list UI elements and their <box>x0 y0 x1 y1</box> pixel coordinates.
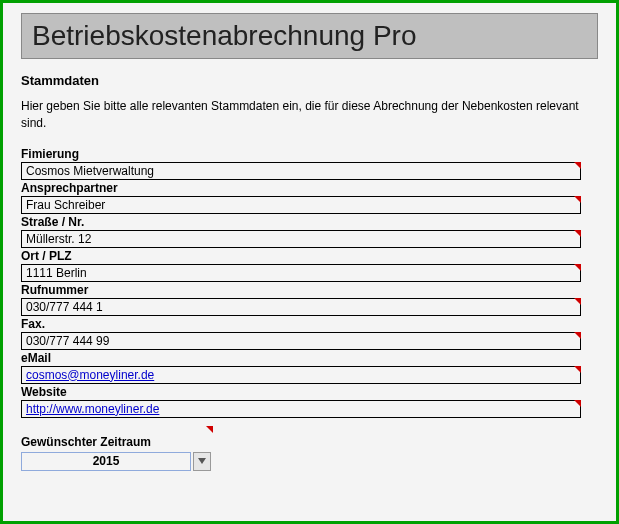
value-rufnummer: 030/777 444 1 <box>26 300 103 314</box>
input-rufnummer[interactable]: 030/777 444 1 <box>21 298 581 316</box>
input-period[interactable]: 2015 <box>21 452 191 471</box>
comment-marker-icon[interactable] <box>574 230 581 237</box>
label-fax: Fax. <box>21 316 598 332</box>
input-ansprechpartner[interactable]: Frau Schreiber <box>21 196 581 214</box>
label-rufnummer: Rufnummer <box>21 282 598 298</box>
comment-marker-icon[interactable] <box>574 400 581 407</box>
value-ansprechpartner: Frau Schreiber <box>26 198 105 212</box>
input-ort[interactable]: 1111 Berlin <box>21 264 581 282</box>
value-fimierung: Cosmos Mietverwaltung <box>26 164 154 178</box>
comment-marker-icon[interactable] <box>574 332 581 339</box>
label-period-text: Gewünschter Zeitraum <box>21 435 151 449</box>
comment-marker-icon[interactable] <box>574 298 581 305</box>
input-strasse[interactable]: Müllerstr. 12 <box>21 230 581 248</box>
field-strasse: Straße / Nr. Müllerstr. 12 <box>21 214 598 248</box>
page-title: Betriebskostenabrechnung Pro <box>21 13 598 59</box>
comment-marker-icon[interactable] <box>574 366 581 373</box>
field-period: Gewünschter Zeitraum 2015 <box>21 432 598 471</box>
label-period: Gewünschter Zeitraum <box>21 435 201 449</box>
field-ort: Ort / PLZ 1111 Berlin <box>21 248 598 282</box>
field-fimierung: Fimierung Cosmos Mietverwaltung <box>21 146 598 180</box>
comment-marker-icon[interactable] <box>574 264 581 271</box>
value-website[interactable]: http://www.moneyliner.de <box>26 402 159 416</box>
field-website: Website http://www.moneyliner.de <box>21 384 598 418</box>
value-strasse: Müllerstr. 12 <box>26 232 91 246</box>
input-fax[interactable]: 030/777 444 99 <box>21 332 581 350</box>
label-fimierung: Fimierung <box>21 146 598 162</box>
input-website[interactable]: http://www.moneyliner.de <box>21 400 581 418</box>
comment-marker-icon[interactable] <box>206 426 213 433</box>
period-dropdown-button[interactable] <box>193 452 211 471</box>
value-fax: 030/777 444 99 <box>26 334 109 348</box>
comment-marker-icon[interactable] <box>574 196 581 203</box>
label-website: Website <box>21 384 598 400</box>
label-ansprechpartner: Ansprechpartner <box>21 180 598 196</box>
spreadsheet-form: Betriebskostenabrechnung Pro Stammdaten … <box>0 0 619 524</box>
value-email[interactable]: cosmos@moneyliner.de <box>26 368 154 382</box>
comment-marker-icon[interactable] <box>574 162 581 169</box>
input-email[interactable]: cosmos@moneyliner.de <box>21 366 581 384</box>
svg-marker-0 <box>198 458 206 464</box>
input-fimierung[interactable]: Cosmos Mietverwaltung <box>21 162 581 180</box>
label-email: eMail <box>21 350 598 366</box>
label-ansprechpartner-text: Ansprechpartner <box>21 181 118 195</box>
section-heading: Stammdaten <box>21 73 598 88</box>
field-fax: Fax. 030/777 444 99 <box>21 316 598 350</box>
chevron-down-icon <box>198 458 206 464</box>
field-ansprechpartner: Ansprechpartner Frau Schreiber <box>21 180 598 214</box>
intro-text: Hier geben Sie bitte alle relevanten Sta… <box>21 98 598 132</box>
value-ort: 1111 Berlin <box>26 266 87 280</box>
label-strasse: Straße / Nr. <box>21 214 598 230</box>
field-email: eMail cosmos@moneyliner.de <box>21 350 598 384</box>
label-ort: Ort / PLZ <box>21 248 598 264</box>
field-rufnummer: Rufnummer 030/777 444 1 <box>21 282 598 316</box>
